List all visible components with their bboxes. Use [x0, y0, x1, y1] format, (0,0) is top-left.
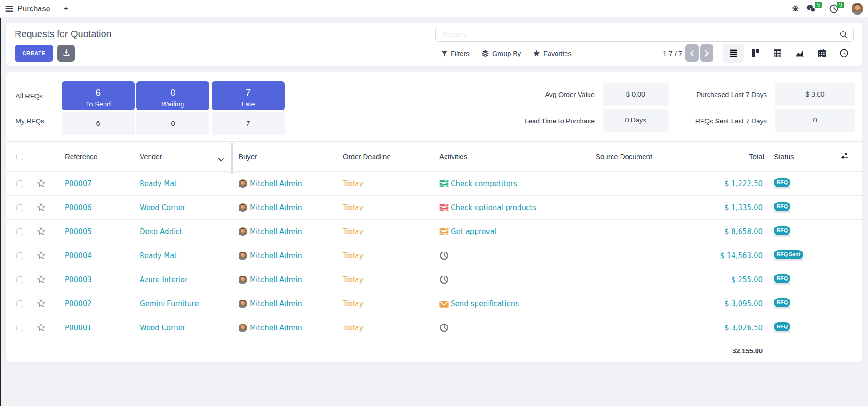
cell-order-deadline[interactable]: Today: [343, 268, 363, 292]
favorite-star-icon[interactable]: [36, 275, 46, 284]
cell-reference[interactable]: P00003: [65, 268, 92, 292]
pager-previous-button[interactable]: [685, 44, 699, 62]
user-avatar[interactable]: [852, 3, 863, 15]
favorite-star-icon[interactable]: [36, 251, 46, 260]
table-row[interactable]: P00006Wood CornerMitchell AdminTodayChec…: [6, 195, 862, 219]
cell-order-deadline[interactable]: Today: [343, 292, 363, 316]
export-button[interactable]: [57, 45, 75, 62]
kpi-my-waiting[interactable]: 0: [136, 112, 209, 135]
kpi-my-to-send[interactable]: 6: [62, 112, 135, 135]
cell-reference[interactable]: P00001: [65, 316, 92, 340]
cell-reference[interactable]: P00005: [65, 220, 92, 244]
add-tab-button[interactable]: +: [64, 0, 68, 17]
cell-vendor[interactable]: Ready Mat: [140, 172, 177, 196]
cell-reference[interactable]: P00002: [65, 292, 92, 316]
col-header-total[interactable]: Total: [693, 152, 764, 162]
row-checkbox[interactable]: [16, 228, 23, 235]
cell-activity[interactable]: [439, 268, 451, 292]
view-switch-pivot[interactable]: [767, 44, 788, 63]
cell-buyer[interactable]: Mitchell Admin: [239, 268, 302, 292]
cell-vendor[interactable]: Wood Corner: [140, 316, 185, 340]
col-header-vendor[interactable]: Vendor: [140, 152, 162, 162]
kpi-to-send-button[interactable]: 6To Send: [62, 81, 135, 110]
table-row[interactable]: P00003Azure InteriorMitchell AdminToday$…: [6, 268, 862, 292]
cell-order-deadline[interactable]: Today: [343, 316, 363, 340]
group-by-menu[interactable]: Group By: [482, 47, 521, 60]
cell-buyer[interactable]: Mitchell Admin: [239, 292, 302, 316]
cell-reference[interactable]: P00004: [65, 244, 92, 268]
table-row[interactable]: P00004Ready MatMitchell AdminToday$ 14,5…: [6, 244, 862, 268]
row-checkbox[interactable]: [16, 325, 23, 331]
kpi-late-button[interactable]: 7Late: [212, 81, 285, 110]
favorite-star-icon[interactable]: [36, 203, 46, 212]
row-checkbox[interactable]: [16, 252, 23, 259]
cell-reference[interactable]: P00006: [65, 196, 92, 220]
view-switch-calendar[interactable]: [811, 44, 832, 63]
col-header-buyer[interactable]: Buyer: [239, 152, 257, 162]
cell-vendor[interactable]: Wood Corner: [140, 196, 185, 220]
kpi-waiting-button[interactable]: 0Waiting: [136, 81, 209, 110]
cell-reference[interactable]: P00007: [65, 172, 92, 196]
cell-activity[interactable]: [439, 244, 451, 268]
cell-order-deadline[interactable]: Today: [343, 220, 363, 244]
cell-buyer[interactable]: Mitchell Admin: [239, 220, 302, 244]
cell-order-deadline[interactable]: Today: [343, 244, 363, 268]
cell-total[interactable]: $ 255.00: [665, 268, 763, 292]
favorite-star-icon[interactable]: [36, 323, 46, 333]
select-all-checkbox[interactable]: [16, 154, 23, 160]
col-header-status[interactable]: Status: [774, 152, 794, 162]
view-switch-kanban[interactable]: [745, 44, 766, 63]
cell-order-deadline[interactable]: Today: [343, 196, 363, 220]
table-row[interactable]: P00002Gemini FurnitureMitchell AdminToda…: [6, 292, 862, 316]
debug-icon[interactable]: [792, 5, 799, 12]
row-checkbox[interactable]: [16, 180, 23, 187]
cell-buyer[interactable]: Mitchell Admin: [239, 244, 302, 268]
cell-activity[interactable]: Send specifications: [439, 292, 519, 316]
cell-activity[interactable]: Get approval: [439, 220, 496, 244]
cell-order-deadline[interactable]: Today: [343, 172, 363, 196]
view-switch-list[interactable]: [723, 44, 744, 63]
col-header-order-deadline[interactable]: Order Deadline: [343, 152, 391, 162]
sort-chevron-down-icon[interactable]: [218, 155, 224, 163]
cell-buyer[interactable]: Mitchell Admin: [239, 196, 302, 220]
apps-menu-icon[interactable]: [5, 5, 13, 13]
cell-total[interactable]: $ 8,658.00: [665, 220, 763, 244]
app-name[interactable]: Purchase: [17, 0, 50, 17]
col-header-source-document[interactable]: Source Document: [596, 152, 652, 162]
cell-activity[interactable]: Check optional products: [439, 196, 536, 220]
cell-total[interactable]: $ 3,026.50: [665, 316, 763, 340]
cell-vendor[interactable]: Gemini Furniture: [140, 292, 199, 316]
cell-total[interactable]: $ 1,335.00: [665, 196, 763, 220]
row-checkbox[interactable]: [16, 300, 23, 307]
cell-buyer[interactable]: Mitchell Admin: [239, 316, 302, 340]
filters-menu[interactable]: Filters: [441, 47, 469, 60]
create-button[interactable]: CREATE: [15, 45, 53, 62]
view-switch-graph[interactable]: [789, 44, 810, 63]
row-checkbox[interactable]: [16, 204, 23, 211]
col-header-reference[interactable]: Reference: [65, 152, 97, 162]
cell-activity[interactable]: Check competitors: [439, 172, 517, 196]
favorite-star-icon[interactable]: [36, 299, 46, 309]
col-header-activities[interactable]: Activities: [439, 152, 467, 162]
favorite-star-icon[interactable]: [36, 227, 46, 236]
cell-vendor[interactable]: Ready Mat: [140, 244, 177, 268]
cell-activity[interactable]: [439, 316, 451, 340]
kpi-my-late[interactable]: 7: [212, 112, 285, 135]
search-input[interactable]: [443, 28, 828, 41]
cell-total[interactable]: $ 1,222.50: [665, 172, 763, 196]
cell-vendor[interactable]: Azure Interior: [140, 268, 188, 292]
messages-icon[interactable]: [806, 4, 815, 13]
row-checkbox[interactable]: [16, 276, 23, 283]
favorite-star-icon[interactable]: [36, 179, 46, 188]
cell-total[interactable]: $ 3,095.00: [665, 292, 763, 316]
table-row[interactable]: P00001Wood CornerMitchell AdminToday$ 3,…: [6, 316, 862, 340]
cell-vendor[interactable]: Deco Addict: [140, 220, 182, 244]
cell-total[interactable]: $ 14,563.00: [665, 244, 763, 268]
pager-next-button[interactable]: [700, 44, 713, 62]
optional-columns-icon[interactable]: [840, 152, 849, 160]
table-row[interactable]: P00005Deco AddictMitchell AdminTodayGet …: [6, 219, 862, 244]
search-icon[interactable]: [840, 31, 848, 39]
table-row[interactable]: P00007Ready MatMitchell AdminTodayCheck …: [6, 171, 862, 195]
favorites-menu[interactable]: Favorites: [533, 47, 572, 60]
cell-buyer[interactable]: Mitchell Admin: [239, 172, 302, 196]
